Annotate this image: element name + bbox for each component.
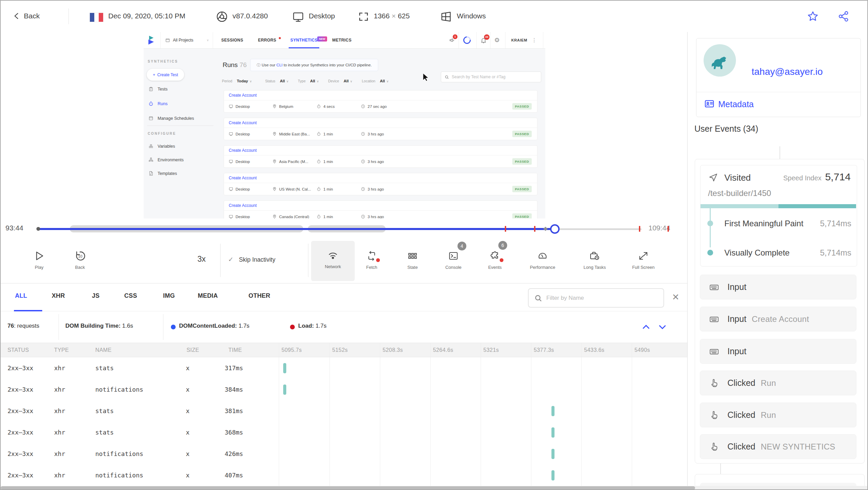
horizontal-scrollbar-track[interactable] [1,486,867,490]
speed-toggle[interactable]: 3x [197,255,206,264]
event-item-clicked[interactable]: ClickedRun [700,403,856,427]
divider [59,314,59,340]
filter-placeholder: Filter by Name [546,295,584,301]
speed-index-value: 5,714 [825,171,851,183]
sitemap-icon [148,157,154,162]
errors-dot [279,37,281,39]
puzzle-icon [476,248,514,263]
network-row[interactable]: 2xx–3xxxhrstatsx381ms [1,400,687,422]
close-panel-icon[interactable]: ✕ [672,292,679,303]
tick-label: 5433.6s [584,343,605,357]
network-tab-xhr[interactable]: XHR [52,292,65,299]
request-waterfall-bar [283,363,286,373]
replay-viewport[interactable]: All Projects ∨ SESSIONS ERRORS SYNTHETIC… [1,32,687,218]
metric-value-vc: 5,714ms [820,248,851,258]
skip-inactivity-toggle[interactable]: Skip Inactivity [239,256,275,263]
panel-button-state[interactable]: State [394,240,431,282]
runs-count: 76 [240,61,247,68]
panel-button-full-screen[interactable]: Full Screen [622,240,664,282]
tick-label: 5095.7s [282,343,302,357]
tick-label: 5321s [483,343,499,357]
app-tab-sessions: SESSIONS [221,32,243,48]
dom-building-time: DOM Building Time: 1.6s [65,323,133,329]
clock-icon [361,104,365,109]
desktop-icon [229,104,233,109]
panel-button-console[interactable]: Console [435,240,472,282]
panel-button-long-tasks[interactable]: Long Tasks [574,240,616,282]
check-icon[interactable]: ✓ [228,256,234,263]
paint-progress-left [701,204,778,208]
horizontal-scrollbar-thumb[interactable] [1,486,695,490]
event-item-input[interactable]: InputCreate Account [700,307,856,331]
domcontentloaded-dot [171,325,176,329]
sidebar-item-manage-schedules: Manage Schedules [148,116,194,121]
domcontentloaded-time: DOMContentLoaded: 1.7s [179,323,250,329]
network-tab-other[interactable]: OTHER [248,292,270,299]
timeline-progress[interactable] [38,228,555,230]
divider [68,9,69,24]
event-connector [779,146,780,159]
col-type: TYPE [54,343,69,357]
account-name: KRAIEM [511,32,527,48]
user-email: tahay@asayer.io [752,66,823,77]
replayed-nav-bar: All Projects ∨ SESSIONS ERRORS SYNTHETIC… [144,32,545,49]
network-filter-input[interactable]: Filter by Name [528,288,664,308]
jump-prev-icon[interactable] [640,322,652,332]
run-card: Create Account Desktop Belgium 4 secs 27… [224,90,537,113]
metadata-button[interactable]: Metadata [718,99,754,109]
share-icon[interactable] [837,10,850,22]
cli-banner: ⓘ Use our CLI to include your Synthetics… [250,59,378,71]
metric-dot-fmp [707,220,713,226]
network-tab-img[interactable]: IMG [163,292,175,299]
network-row[interactable]: 2xx–3xxxhrstatsx317ms [1,357,687,379]
event-item-clicked[interactable]: ClickedRun [700,371,856,395]
id-card-icon [704,98,715,109]
event-item-clicked[interactable]: ClickedNEW SYNTHETICS [700,434,856,459]
filter-type: Type All ∨ [298,78,319,84]
runs-title: Runs 76 [223,61,247,69]
tick-label: 5208.3s [383,343,403,357]
panel-button-performance[interactable]: Performance [520,240,565,282]
file-icon [148,171,154,176]
back-10-button[interactable]: 10 Back [70,240,90,282]
jump-next-icon[interactable] [656,322,669,332]
project-selector: All Projects [173,32,193,48]
visited-card[interactable]: Visited Speed Index 5,714 /test-builder/… [700,165,857,266]
browser-version: v87.0.4280 [232,12,268,20]
back-button[interactable]: Back [24,12,40,20]
monitor-icon [292,11,304,23]
chevron-left-icon[interactable] [12,12,21,20]
projects-icon [165,38,170,43]
sidebar-item-variables: Variables [148,144,175,149]
network-tab-media[interactable]: MEDIA [198,292,218,299]
filter-location: Location All ∨ [362,78,389,84]
playhead[interactable] [550,224,560,234]
network-row[interactable]: 2xx–3xxxhrstatsx368ms [1,422,687,443]
user-card: tahay@asayer.io Metadata [696,38,861,117]
new-badge: NEW [317,36,327,42]
event-item-input[interactable]: Input [700,339,856,364]
device-type: Desktop [309,12,335,20]
favorite-star-icon[interactable] [807,10,819,22]
panel-button-events[interactable]: Events [476,240,514,282]
divider [308,244,308,277]
network-row[interactable]: 2xx–3xxxhrnotificationsx407ms [1,464,687,486]
network-tab-css[interactable]: CSS [124,292,137,299]
panel-button-fetch[interactable]: Fetch [353,240,390,282]
error-marker [534,226,535,232]
run-card: Create Account Desktop Asia Pacific (M..… [224,145,537,168]
promo-badge: 1 [453,34,457,39]
play-button[interactable]: Play [29,240,49,282]
network-row[interactable]: 2xx–3xxxhrnotificationsx426ms [1,443,687,464]
panel-button-network[interactable]: Network [311,241,355,281]
network-row[interactable]: 2xx–3xxxhrnotificationsx384ms [1,379,687,400]
load-time: Load: 1.7s [298,323,326,329]
stopwatch-icon [317,104,321,109]
network-tab-js[interactable]: JS [92,292,99,299]
fetch-icon [353,248,390,263]
event-item-input[interactable]: Input [700,275,856,299]
network-tab-all[interactable]: ALL [15,292,27,299]
expand-icon [622,248,664,263]
stopwatch-icon [148,101,154,106]
sidebar-item-environments: Environments [148,157,183,162]
